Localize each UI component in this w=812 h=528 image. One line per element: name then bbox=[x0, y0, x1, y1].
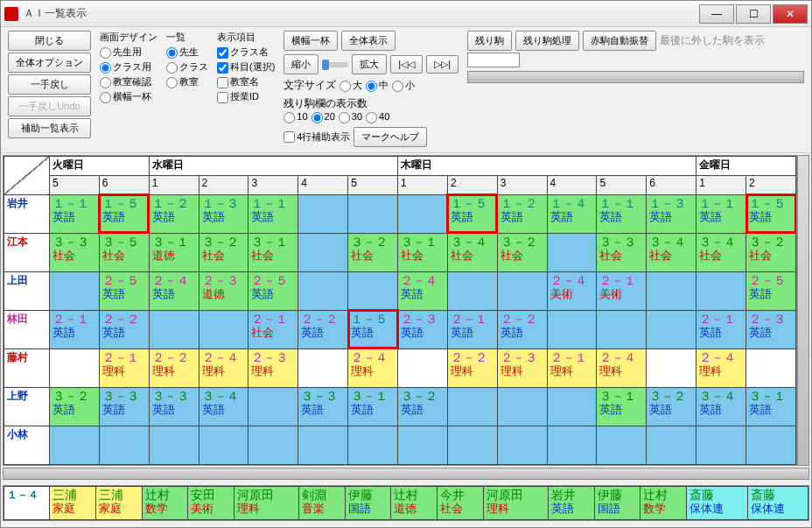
close-button[interactable]: 閉じる bbox=[8, 31, 91, 51]
schedule-cell[interactable]: ２－３理科 bbox=[497, 348, 547, 387]
schedule-cell[interactable]: ２－３英語 bbox=[398, 310, 448, 348]
schedule-cell[interactable]: ２－１理科 bbox=[99, 348, 149, 387]
main-hscroll[interactable] bbox=[3, 468, 809, 480]
schedule-cell[interactable] bbox=[298, 426, 348, 464]
schedule-cell[interactable] bbox=[497, 387, 547, 426]
bottom-cell[interactable]: 安田美術 bbox=[188, 486, 234, 519]
schedule-cell[interactable]: ２－１社会 bbox=[248, 310, 298, 348]
schedule-cell[interactable]: ２－５英語 bbox=[746, 271, 796, 310]
schedule-cell[interactable] bbox=[647, 348, 696, 387]
vscroll[interactable] bbox=[797, 155, 809, 466]
schedule-cell[interactable]: １－３英語 bbox=[199, 194, 248, 233]
schedule-cell[interactable] bbox=[746, 426, 796, 464]
schedule-cell[interactable] bbox=[348, 426, 398, 464]
bottom-grid[interactable]: １－４三浦家庭三浦家庭辻村数学安田美術河原田理科剣淵音楽伊藤国語辻村道徳今井社会… bbox=[4, 486, 808, 520]
schedule-cell[interactable]: ２－１理科 bbox=[547, 348, 597, 387]
aux-list-button[interactable]: 補助一覧表示 bbox=[8, 118, 91, 138]
nokori-opt-1[interactable]: 20 bbox=[312, 111, 335, 123]
schedule-cell[interactable]: ３－４英語 bbox=[199, 387, 248, 426]
schedule-cell[interactable]: ３－５社会 bbox=[99, 233, 149, 271]
zoom-slider[interactable] bbox=[322, 62, 348, 67]
schedule-cell[interactable]: ２－４美術 bbox=[547, 271, 597, 310]
schedule-cell[interactable] bbox=[398, 426, 448, 464]
bottom-cell[interactable]: 剣淵音楽 bbox=[298, 486, 345, 519]
design-opt-2[interactable]: 教室確認 bbox=[100, 75, 158, 88]
schedule-cell[interactable]: ３－３英語 bbox=[298, 387, 348, 426]
shukusho-button[interactable]: 縮小 bbox=[284, 54, 318, 74]
schedule-cell[interactable] bbox=[298, 233, 348, 271]
schedule-cell[interactable]: ２－２英語 bbox=[497, 310, 547, 348]
schedule-cell[interactable]: ２－５英語 bbox=[248, 271, 298, 310]
close-window-button[interactable]: ✕ bbox=[773, 4, 808, 24]
schedule-cell[interactable]: １－１英語 bbox=[696, 194, 746, 233]
schedule-cell[interactable]: １－１英語 bbox=[248, 194, 298, 233]
schedule-cell[interactable]: １－４英語 bbox=[547, 194, 597, 233]
schedule-cell[interactable] bbox=[696, 426, 746, 464]
schedule-cell[interactable] bbox=[248, 387, 298, 426]
schedule-cell[interactable] bbox=[597, 310, 647, 348]
nokorikoma-button[interactable]: 残り駒 bbox=[467, 31, 512, 51]
yongyo-check[interactable]: 4行補助表示 bbox=[284, 130, 350, 144]
schedule-cell[interactable] bbox=[50, 271, 100, 310]
schedule-cell[interactable]: ２－３道徳 bbox=[199, 271, 248, 310]
hyoji-opt-2[interactable]: 教室名 bbox=[217, 75, 275, 88]
schedule-cell[interactable]: ２－３英語 bbox=[746, 310, 796, 348]
kakudai-button[interactable]: 拡大 bbox=[352, 54, 387, 74]
schedule-cell[interactable] bbox=[647, 271, 696, 310]
ichiran-opt-1[interactable]: クラス bbox=[166, 60, 208, 74]
bottom-cell[interactable]: 斎藤保体連 bbox=[747, 486, 808, 519]
schedule-cell[interactable] bbox=[50, 426, 100, 464]
bottom-cell[interactable]: 斎藤保体連 bbox=[687, 486, 747, 519]
schedule-cell[interactable]: ２－４理科 bbox=[348, 348, 398, 387]
schedule-cell[interactable] bbox=[199, 426, 248, 464]
yokohaba-button[interactable]: 横幅一杯 bbox=[284, 31, 338, 51]
bottom-cell[interactable]: 今井社会 bbox=[438, 486, 484, 519]
schedule-cell[interactable] bbox=[547, 233, 597, 271]
schedule-cell[interactable]: １－５英語 bbox=[447, 194, 497, 233]
schedule-cell[interactable]: ３－３社会 bbox=[50, 233, 100, 271]
nav-last-button[interactable]: ▷▷| bbox=[426, 55, 458, 74]
schedule-cell[interactable]: ２－４英語 bbox=[398, 271, 448, 310]
schedule-cell[interactable] bbox=[597, 426, 647, 464]
schedule-cell[interactable]: １－５英語 bbox=[746, 194, 796, 233]
schedule-cell[interactable]: １－５英語 bbox=[99, 194, 149, 233]
ichiran-opt-2[interactable]: 教室 bbox=[166, 75, 208, 88]
bottom-cell[interactable]: 岩井英語 bbox=[548, 486, 594, 519]
schedule-cell[interactable]: ３－４社会 bbox=[647, 233, 696, 271]
schedule-cell[interactable] bbox=[348, 271, 398, 310]
schedule-cell[interactable]: １－２英語 bbox=[149, 194, 199, 233]
schedule-cell[interactable]: ３－１英語 bbox=[746, 387, 796, 426]
schedule-cell[interactable]: ２－４理科 bbox=[696, 348, 746, 387]
schedule-cell[interactable]: ２－２理科 bbox=[447, 348, 497, 387]
ichiran-opt-0[interactable]: 先生 bbox=[166, 46, 208, 59]
schedule-cell[interactable]: ３－２英語 bbox=[398, 387, 448, 426]
nokori-opt-2[interactable]: 30 bbox=[339, 111, 362, 123]
zentai-option-button[interactable]: 全体オプション bbox=[8, 53, 91, 73]
nokori-opt-3[interactable]: 40 bbox=[366, 111, 389, 123]
schedule-cell[interactable] bbox=[647, 310, 696, 348]
schedule-cell[interactable]: １－１英語 bbox=[597, 194, 647, 233]
schedule-cell[interactable]: １－５英語 bbox=[348, 310, 398, 348]
schedule-cell[interactable]: ３－４英語 bbox=[696, 387, 746, 426]
top-input[interactable] bbox=[467, 53, 520, 67]
schedule-cell[interactable] bbox=[398, 194, 448, 233]
schedule-cell[interactable]: ２－１美術 bbox=[597, 271, 647, 310]
bottom-cell[interactable]: 辻村数学 bbox=[142, 486, 188, 519]
undo-redo-button[interactable]: 一手戻しUndo bbox=[8, 96, 91, 116]
mojisize-opt-1[interactable]: 中 bbox=[366, 79, 388, 92]
schedule-cell[interactable]: ３－２社会 bbox=[746, 233, 796, 271]
schedule-cell[interactable] bbox=[547, 387, 597, 426]
schedule-cell[interactable] bbox=[447, 271, 497, 310]
minimize-button[interactable]: — bbox=[699, 4, 734, 24]
schedule-cell[interactable] bbox=[149, 426, 199, 464]
schedule-cell[interactable] bbox=[497, 271, 547, 310]
top-hscroll[interactable] bbox=[467, 71, 804, 83]
hyoji-opt-0[interactable]: クラス名 bbox=[217, 46, 275, 59]
schedule-cell[interactable] bbox=[746, 348, 796, 387]
schedule-cell[interactable] bbox=[99, 426, 149, 464]
schedule-cell[interactable] bbox=[348, 194, 398, 233]
nokori-opt-0[interactable]: 10 bbox=[284, 111, 307, 123]
mojisize-opt-2[interactable]: 小 bbox=[392, 79, 415, 92]
schedule-cell[interactable]: １－３英語 bbox=[647, 194, 696, 233]
schedule-cell[interactable]: ３－２社会 bbox=[348, 233, 398, 271]
